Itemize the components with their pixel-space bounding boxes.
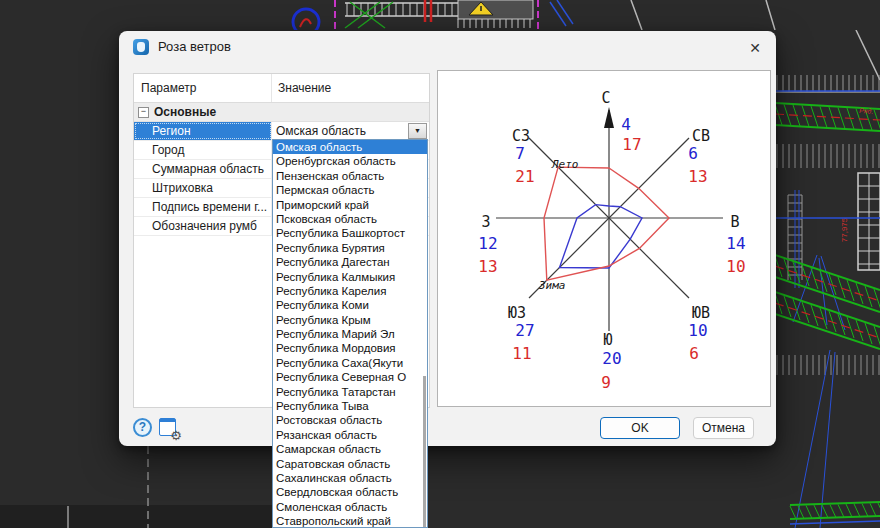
road-label: Ряд.: [859, 107, 874, 115]
collapse-icon[interactable]: −: [138, 107, 149, 118]
cancel-button[interactable]: Отмена: [693, 417, 754, 439]
season-label: Лето: [551, 158, 579, 171]
value-label: 6: [689, 344, 699, 363]
direction-label: СВ: [692, 127, 710, 145]
column-header-value: Значение: [272, 74, 429, 102]
dropdown-item[interactable]: Самарская область: [273, 442, 427, 456]
settings-icon[interactable]: ⚙: [158, 417, 180, 438]
value-label: 9: [601, 373, 611, 392]
value-label: 10: [726, 257, 745, 276]
compass-axes: [496, 107, 723, 331]
region-dropdown-list[interactable]: Омская областьОренбургская областьПензен…: [272, 139, 428, 528]
dropdown-item[interactable]: Сахалинская область: [273, 471, 427, 485]
dropdown-item[interactable]: Псковская область: [273, 212, 427, 226]
column-header-parameter: Параметр: [134, 74, 272, 102]
param-name[interactable]: Подпись времени г...: [134, 198, 272, 216]
dropdown-item[interactable]: Рязанская область: [273, 428, 427, 442]
series-polygon-Зима: [560, 205, 643, 268]
value-label: 27: [515, 321, 534, 340]
value-label: 13: [688, 167, 707, 186]
dropdown-item[interactable]: Республика Марий Эл: [273, 327, 427, 341]
value-label: 21: [515, 167, 534, 186]
direction-label: В: [730, 213, 739, 231]
help-icon[interactable]: ?: [133, 418, 152, 437]
north-arrow-icon: [604, 107, 614, 128]
dropdown-item[interactable]: Республика Крым: [273, 313, 427, 327]
group-label: Основные: [154, 105, 216, 119]
dropdown-item[interactable]: Республика Калмыкия: [273, 270, 427, 284]
region-combobox[interactable]: Омская область▼: [272, 122, 429, 140]
dialog-titlebar[interactable]: Роза ветров ✕: [119, 31, 776, 61]
ok-button[interactable]: OK: [600, 417, 680, 439]
value-label: 11: [512, 344, 531, 363]
value-label: 7: [515, 144, 525, 163]
direction-label: З: [481, 213, 490, 231]
direction-label: С: [601, 89, 610, 107]
dropdown-item[interactable]: Республика Татарстан: [273, 385, 427, 399]
dropdown-item[interactable]: Республика Бурятия: [273, 241, 427, 255]
direction-label: ЮВ: [692, 304, 710, 322]
cad-drawing-top: [0, 0, 880, 30]
dropdown-item[interactable]: Республика Дагестан: [273, 255, 427, 269]
value-label: 4: [621, 115, 631, 134]
dropdown-item[interactable]: Республика Коми: [273, 298, 427, 312]
param-name[interactable]: Суммарная область: [134, 160, 272, 178]
dialog-title: Роза ветров: [158, 39, 231, 54]
close-icon[interactable]: ✕: [745, 38, 765, 58]
dropdown-item[interactable]: Республика Карелия: [273, 284, 427, 298]
cad-workspace: Ряд. 77,975 Роза ветров ✕: [0, 0, 880, 528]
dropdown-item[interactable]: Республика Северная О: [273, 370, 427, 384]
wind-rose-chart: С417СВ613В1410ЮВ106Ю209ЮЗ2711З1213СЗ721Л…: [438, 71, 770, 406]
direction-label: СЗ: [512, 127, 530, 145]
param-name[interactable]: Обозначения румб: [134, 217, 272, 235]
value-label: 12: [478, 234, 497, 253]
wind-rose-preview: С417СВ613В1410ЮВ106Ю209ЮЗ2711З1213СЗ721Л…: [437, 70, 771, 407]
param-name[interactable]: Город: [134, 141, 272, 159]
season-label: Зима: [538, 279, 566, 292]
wind-rose-app-icon: [133, 39, 149, 55]
dropdown-item[interactable]: Омская область: [273, 140, 427, 154]
value-label: 20: [602, 349, 621, 368]
dropdown-item[interactable]: Саратовская область: [273, 457, 427, 471]
dropdown-item[interactable]: Пермская область: [273, 183, 427, 197]
combobox-dropdown-icon[interactable]: ▼: [408, 123, 427, 139]
wind-rose-dialog: Роза ветров ✕ Параметр Значение − Основн…: [119, 31, 776, 446]
dropdown-item[interactable]: Ставропольский край: [273, 514, 427, 528]
dropdown-item[interactable]: Смоленская область: [273, 500, 427, 514]
dropdown-item[interactable]: Республика Мордовия: [273, 341, 427, 355]
group-row-main[interactable]: − Основные: [134, 103, 429, 122]
direction-label: ЮЗ: [508, 304, 526, 322]
dropdown-item[interactable]: Республика Саха(Якути: [273, 356, 427, 370]
value-label: 17: [622, 135, 641, 154]
series-polygon-Лето: [544, 167, 669, 280]
cad-drawing-bottom: [0, 446, 880, 528]
dimension-text: 77,975: [840, 217, 849, 242]
dropdown-item[interactable]: Приморский край: [273, 198, 427, 212]
dropdown-item[interactable]: Ростовская область: [273, 413, 427, 427]
direction-label: Ю: [603, 331, 612, 349]
param-name[interactable]: Регион: [134, 122, 272, 140]
dropdown-item[interactable]: Оренбургская область: [273, 154, 427, 168]
dropdown-item[interactable]: Пензенская область: [273, 169, 427, 183]
dropdown-item[interactable]: Республика Тыва: [273, 399, 427, 413]
value-label: 10: [688, 321, 707, 340]
value-label: 14: [726, 234, 745, 253]
dropdown-item[interactable]: Республика Башкортост: [273, 226, 427, 240]
table-header: Параметр Значение: [134, 74, 429, 103]
param-value[interactable]: Омская область▼: [272, 122, 429, 140]
param-name[interactable]: Штриховка: [134, 179, 272, 197]
value-label: 13: [478, 257, 497, 276]
combobox-value: Омская область: [276, 122, 366, 140]
dropdown-item[interactable]: Свердловская область: [273, 485, 427, 499]
gear-icon: ⚙: [170, 429, 182, 442]
dropdown-scrollbar[interactable]: [423, 376, 426, 528]
value-label: 6: [688, 144, 698, 163]
